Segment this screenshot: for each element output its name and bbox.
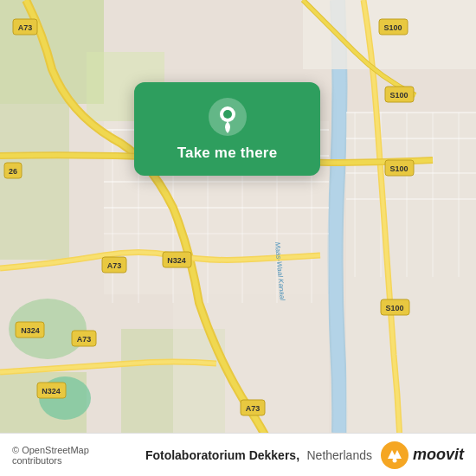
svg-text:S100: S100 bbox=[389, 91, 408, 100]
svg-text:N324: N324 bbox=[167, 256, 186, 265]
copyright-text: © OpenStreetMap contributors bbox=[12, 445, 137, 466]
svg-text:S100: S100 bbox=[383, 23, 402, 32]
moovit-brand-icon bbox=[381, 441, 408, 469]
bottom-bar: © OpenStreetMap contributors Fotolaborat… bbox=[0, 433, 476, 476]
country-name: Netherlands bbox=[306, 448, 372, 462]
svg-text:26: 26 bbox=[9, 167, 17, 176]
map-pin-icon bbox=[209, 98, 247, 136]
svg-text:S100: S100 bbox=[385, 304, 403, 312]
svg-text:A73: A73 bbox=[18, 23, 33, 32]
svg-text:A73: A73 bbox=[107, 261, 122, 270]
moovit-logo: moovit bbox=[381, 441, 464, 469]
svg-rect-2 bbox=[0, 104, 69, 260]
take-me-there-label: Take me there bbox=[177, 145, 278, 162]
svg-text:A73: A73 bbox=[246, 404, 261, 413]
place-name: Fotolaboratorium Dekkers, bbox=[145, 448, 299, 462]
map-container[interactable]: Maas-Waal Kanaal A73 A73 A73 A73 N324 N3… bbox=[0, 0, 476, 433]
svg-text:N324: N324 bbox=[42, 387, 61, 396]
take-me-there-popup[interactable]: Take me there bbox=[134, 82, 320, 176]
svg-point-61 bbox=[223, 110, 232, 119]
svg-text:N324: N324 bbox=[21, 326, 40, 335]
moovit-text-label: moovit bbox=[413, 446, 464, 464]
svg-text:A73: A73 bbox=[77, 335, 92, 344]
svg-text:S100: S100 bbox=[389, 164, 408, 173]
place-info: Fotolaboratorium Dekkers, Netherlands bbox=[145, 447, 372, 463]
svg-point-63 bbox=[392, 458, 396, 462]
